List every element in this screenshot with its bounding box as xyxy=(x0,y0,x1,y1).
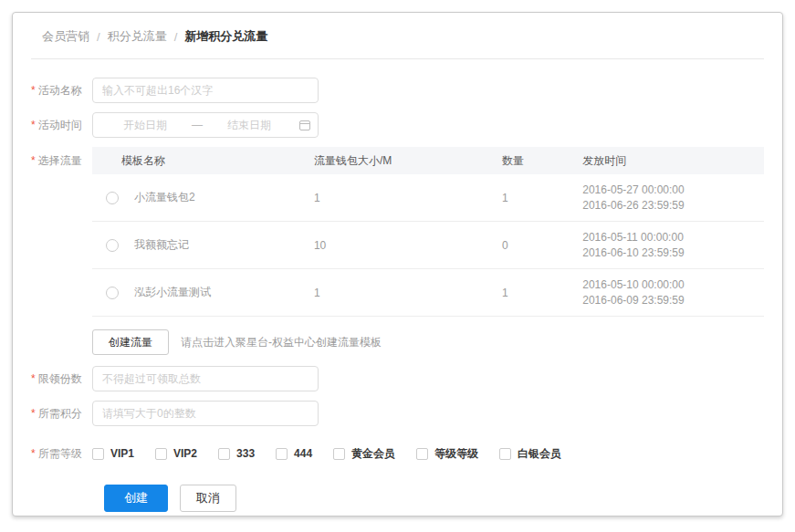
level-option-vip1[interactable]: VIP1 xyxy=(92,444,134,463)
page-card: 会员营销 / 积分兑流量 / 新增积分兑流量 * 活动名称 * 活动时间 开始日… xyxy=(12,12,783,516)
col-header-issue-time: 发放时间 xyxy=(582,153,764,169)
template-name: 小流量钱包2 xyxy=(134,190,195,205)
start-date-placeholder: 开始日期 xyxy=(100,118,190,133)
levels-row: * 所需等级 VIP1 VIP2 333 444 xyxy=(31,441,764,466)
checkbox-icon[interactable] xyxy=(155,448,167,460)
cancel-button[interactable]: 取消 xyxy=(180,485,236,512)
required-marker: * xyxy=(31,441,36,466)
select-traffic-row: * 选择流量 模板名称 流量钱包大小/M 数量 发放时间 小流量钱包2 1 1 xyxy=(31,147,764,318)
issue-time: 2016-05-10 00:00:00 2016-06-09 23:59:59 xyxy=(582,277,764,308)
row-radio-button[interactable] xyxy=(106,287,119,299)
issue-time: 2016-05-27 00:00:00 2016-06-26 23:59:59 xyxy=(582,183,764,214)
wallet-size: 10 xyxy=(314,239,502,252)
breadcrumb-member-marketing[interactable]: 会员营销 xyxy=(42,28,89,45)
col-header-quantity: 数量 xyxy=(502,153,582,169)
level-option-gold-member[interactable]: 黄金会员 xyxy=(333,444,395,463)
select-traffic-label: * 选择流量 xyxy=(31,147,92,174)
quota-input[interactable] xyxy=(92,366,319,391)
required-marker: * xyxy=(31,112,36,138)
quota-label: * 限领份数 xyxy=(31,366,92,391)
quantity: 1 xyxy=(502,192,582,204)
points-row: * 所需积分 xyxy=(31,401,764,426)
activity-time-label: * 活动时间 xyxy=(31,112,92,138)
points-label: * 所需积分 xyxy=(31,401,92,426)
checkbox-icon[interactable] xyxy=(333,448,345,460)
level-checkbox-group: VIP1 VIP2 333 444 黄金会员 xyxy=(92,444,561,463)
create-activity-form: * 活动名称 * 活动时间 开始日期 — 结束日期 * 选择流量 xyxy=(31,59,764,512)
issue-time: 2016-05-11 00:00:00 2016-06-10 23:59:59 xyxy=(582,230,764,261)
checkbox-icon[interactable] xyxy=(499,448,511,460)
checkbox-icon[interactable] xyxy=(276,448,288,460)
date-range-picker[interactable]: 开始日期 — 结束日期 xyxy=(92,112,319,138)
required-marker: * xyxy=(31,401,36,426)
form-actions: 创建 取消 xyxy=(31,485,764,512)
required-marker: * xyxy=(31,366,36,391)
required-marker: * xyxy=(31,147,36,174)
page-title: 新增积分兑流量 xyxy=(184,28,267,45)
traffic-template-table: 模板名称 流量钱包大小/M 数量 发放时间 小流量钱包2 1 1 2016-05… xyxy=(92,147,764,317)
calendar-icon xyxy=(299,120,310,130)
breadcrumb: 会员营销 / 积分兑流量 / 新增积分兑流量 xyxy=(31,13,764,58)
activity-time-row: * 活动时间 开始日期 — 结束日期 xyxy=(31,112,764,138)
level-option-vip2[interactable]: VIP2 xyxy=(155,444,197,463)
checkbox-icon[interactable] xyxy=(416,448,428,460)
checkbox-icon[interactable] xyxy=(92,448,104,460)
level-option-silver-member[interactable]: 白银会员 xyxy=(499,444,561,463)
activity-name-input[interactable] xyxy=(92,78,319,103)
level-option-333[interactable]: 333 xyxy=(218,444,255,463)
quantity: 0 xyxy=(502,239,582,252)
col-header-wallet-size: 流量钱包大小/M xyxy=(314,153,502,169)
levels-label: * 所需等级 xyxy=(31,441,92,466)
quantity: 1 xyxy=(502,287,582,299)
points-input[interactable] xyxy=(92,401,319,426)
breadcrumb-separator: / xyxy=(174,30,178,44)
create-button[interactable]: 创建 xyxy=(104,485,168,512)
create-traffic-row: 创建流量 请点击进入聚星台-权益中心创建流量模板 xyxy=(31,329,764,355)
breadcrumb-points-traffic[interactable]: 积分兑流量 xyxy=(108,28,167,45)
activity-name-row: * 活动名称 xyxy=(31,78,764,103)
table-row: 小流量钱包2 1 1 2016-05-27 00:00:00 2016-06-2… xyxy=(92,174,764,222)
activity-name-label: * 活动名称 xyxy=(31,78,92,103)
end-date-placeholder: 结束日期 xyxy=(204,118,294,133)
breadcrumb-separator: / xyxy=(97,30,100,44)
row-radio-button[interactable] xyxy=(106,192,119,204)
create-traffic-button[interactable]: 创建流量 xyxy=(92,329,169,355)
table-header: 模板名称 流量钱包大小/M 数量 发放时间 xyxy=(92,147,764,174)
wallet-size: 1 xyxy=(314,287,502,299)
wallet-size: 1 xyxy=(314,192,502,204)
create-traffic-hint: 请点击进入聚星台-权益中心创建流量模板 xyxy=(181,329,382,355)
col-header-template-name: 模板名称 xyxy=(92,153,314,169)
level-option-444[interactable]: 444 xyxy=(276,444,312,463)
required-marker: * xyxy=(31,78,36,103)
date-range-dash: — xyxy=(190,119,204,131)
table-row: 泓彭小流量测试 1 1 2016-05-10 00:00:00 2016-06-… xyxy=(92,269,764,317)
row-radio-button[interactable] xyxy=(106,239,119,252)
quota-row: * 限领份数 xyxy=(31,366,764,391)
template-name: 泓彭小流量测试 xyxy=(134,285,211,300)
level-option-grade-grade[interactable]: 等级等级 xyxy=(416,444,478,463)
table-row: 我额额忘记 10 0 2016-05-11 00:00:00 2016-06-1… xyxy=(92,222,764,269)
checkbox-icon[interactable] xyxy=(218,448,230,460)
template-name: 我额额忘记 xyxy=(134,237,189,253)
